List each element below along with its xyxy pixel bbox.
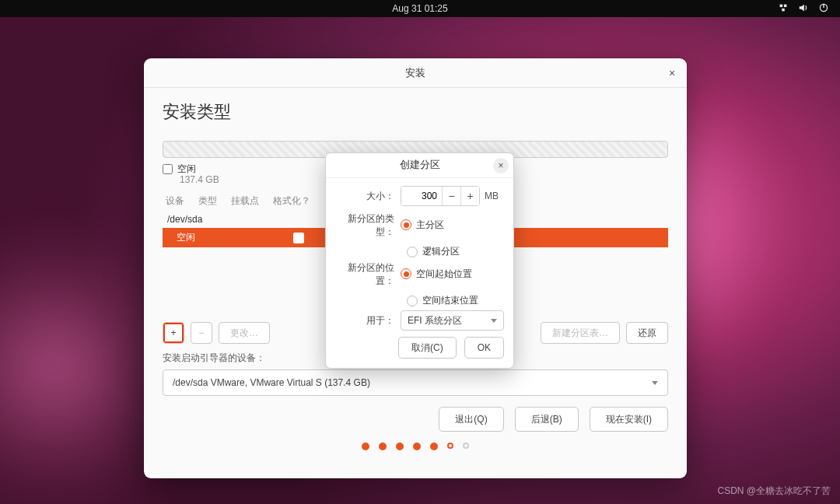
size-label: 大小： <box>335 190 401 203</box>
step-pager <box>163 443 668 450</box>
radio-primary[interactable]: 主分区 <box>401 219 444 232</box>
close-icon[interactable]: × <box>665 66 679 80</box>
col-type: 类型 <box>198 194 217 208</box>
svg-rect-1 <box>784 4 787 7</box>
radio-icon <box>401 219 411 230</box>
dialog-cancel-button[interactable]: 取消(C) <box>398 337 457 359</box>
col-device: 设备 <box>166 194 184 208</box>
size-increment[interactable]: + <box>460 187 479 205</box>
remove-partition-button: − <box>191 322 212 344</box>
size-input[interactable] <box>401 187 442 205</box>
svg-rect-0 <box>780 4 783 7</box>
col-mount: 挂载点 <box>231 194 259 208</box>
window-title: 安装 <box>405 66 425 80</box>
size-decrement[interactable]: − <box>442 187 460 205</box>
minus-icon: − <box>198 327 204 338</box>
type-label: 新分区的类型： <box>335 212 401 239</box>
page-heading: 安装类型 <box>163 100 668 124</box>
radio-logical-label: 逻辑分区 <box>422 245 460 258</box>
revert-button[interactable]: 还原 <box>626 322 668 344</box>
radio-begin-label: 空间起始位置 <box>416 268 472 281</box>
add-partition-button[interactable]: + <box>163 322 184 344</box>
use-label: 用于： <box>335 314 401 327</box>
step-dot <box>413 443 421 450</box>
watermark: CSDN @全糖去冰吃不了苦 <box>717 485 831 498</box>
dialog-title: 创建分区 <box>400 159 440 172</box>
new-table-button: 新建分区表… <box>541 322 620 344</box>
svg-rect-2 <box>782 8 785 11</box>
system-tray <box>778 0 829 17</box>
radio-end-label: 空间结束位置 <box>422 294 478 307</box>
network-icon[interactable] <box>778 2 789 16</box>
radio-icon <box>401 268 411 279</box>
col-format: 格式化？ <box>273 194 310 208</box>
disk-checkbox[interactable] <box>163 164 173 174</box>
use-value: EFI 系统分区 <box>408 314 462 327</box>
radio-primary-label: 主分区 <box>416 219 444 232</box>
volume-icon[interactable] <box>798 2 809 16</box>
install-now-button[interactable]: 现在安装(I) <box>590 407 668 432</box>
power-icon[interactable] <box>818 2 829 16</box>
step-dot <box>379 443 387 450</box>
chevron-down-icon <box>652 381 658 385</box>
back-button[interactable]: 后退(B) <box>515 407 579 432</box>
change-partition-button: 更改… <box>219 322 270 344</box>
step-dot <box>396 443 404 450</box>
chevron-down-icon <box>491 319 497 323</box>
top-bar: Aug 31 01:25 <box>0 0 840 17</box>
step-dot <box>463 443 469 449</box>
clock: Aug 31 01:25 <box>392 3 447 14</box>
bootloader-select[interactable]: /dev/sda VMware, VMware Virtual S (137.4… <box>163 369 668 396</box>
dialog-close-icon[interactable]: × <box>493 158 509 173</box>
radio-icon <box>407 296 418 306</box>
step-dot <box>430 443 438 450</box>
svg-rect-4 <box>823 3 824 7</box>
bootloader-value: /dev/sda VMware, VMware Virtual S (137.4… <box>173 377 370 388</box>
device-cell: /dev/sda <box>167 214 202 225</box>
radio-icon <box>407 247 418 257</box>
size-unit: MB <box>485 191 499 201</box>
radio-location-end[interactable]: 空间结束位置 <box>407 294 504 307</box>
format-checkbox[interactable] <box>293 233 304 243</box>
radio-logical[interactable]: 逻辑分区 <box>407 245 504 258</box>
quit-button[interactable]: 退出(Q) <box>439 407 503 432</box>
step-dot-current <box>447 443 453 449</box>
dialog-titlebar: 创建分区 × <box>326 153 513 178</box>
create-partition-dialog: 创建分区 × 大小： − + MB 新分区的类型： 主分区 逻辑分区 新分区的位… <box>325 152 514 369</box>
step-dot <box>362 443 369 450</box>
plus-icon: + <box>170 327 176 338</box>
location-label: 新分区的位置： <box>335 261 401 288</box>
disk-size: 137.4 GB <box>180 174 219 185</box>
radio-location-begin[interactable]: 空间起始位置 <box>401 268 472 281</box>
free-cell: 空闲 <box>177 231 195 244</box>
size-stepper[interactable]: − + <box>401 186 480 206</box>
use-select[interactable]: EFI 系统分区 <box>401 310 504 331</box>
window-titlebar: 安装 × <box>144 58 687 88</box>
dialog-ok-button[interactable]: OK <box>464 337 504 359</box>
